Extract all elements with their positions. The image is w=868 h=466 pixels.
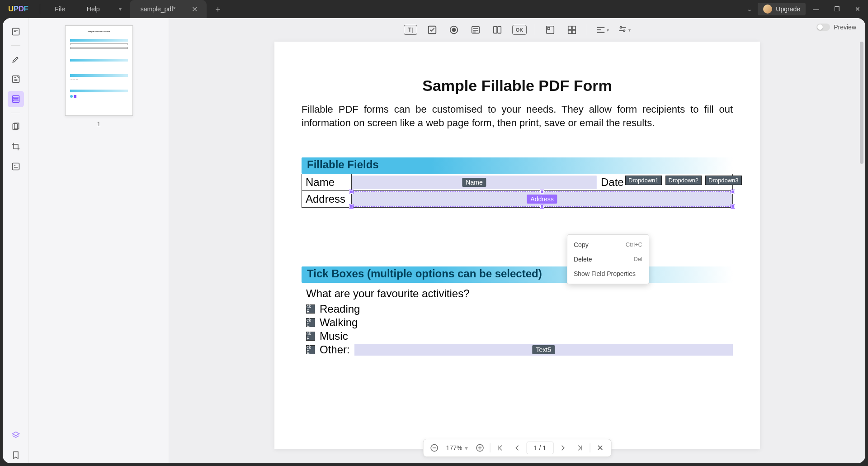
menu-file[interactable]: File [44,0,76,18]
menu-help[interactable]: Help [76,0,111,18]
name-field-cell[interactable]: Name [352,174,597,191]
prev-page-icon[interactable] [510,442,523,454]
context-delete[interactable]: Delete Del [567,252,649,266]
edit-text-icon[interactable] [8,71,24,87]
form-editor-icon[interactable] [8,91,24,107]
resize-handle[interactable] [540,204,544,208]
name-field-tag[interactable]: Name [462,178,486,187]
form-settings-icon[interactable]: ▾ [617,23,631,37]
zoom-dropdown-icon[interactable]: ▾ [465,444,468,452]
nav-separator-2 [590,443,590,452]
organize-pages-icon[interactable] [8,119,24,135]
label-address: Address [302,191,352,208]
menu-separator [40,4,40,14]
tick-label-reading: Reading [320,303,360,315]
close-nav-icon[interactable]: ✕ [594,442,606,454]
svg-rect-12 [494,27,497,33]
align-tool-icon[interactable]: ▾ [595,23,609,37]
context-copy[interactable]: Copy Ctrl+C [567,238,649,252]
highlighter-icon[interactable] [8,51,24,67]
upgrade-button[interactable]: Upgrade [758,3,806,15]
section-header-tickboxes: Tick Boxes (multiple options can be sele… [302,266,733,283]
other-text-field[interactable]: Text5 [354,344,733,356]
table-row: Address Address [302,191,733,208]
rail-separator [11,45,20,46]
avatar-icon [763,5,772,14]
zoom-out-icon[interactable] [428,442,441,454]
context-copy-shortcut: Ctrl+C [626,241,642,248]
tick-row: ck E Reading [306,303,733,315]
zoom-value: 177% [446,444,462,452]
checkbox-tool-icon[interactable] [425,23,439,37]
document-title: Sample Fillable PDF Form [302,77,733,95]
titlebar: UPDF File Help ▾ sample_pdf* ✕ ＋ ⌄ Upgra… [0,0,868,18]
tick-label-other: Other: [320,343,350,356]
redact-icon[interactable] [8,158,24,175]
tab-close-icon[interactable]: ✕ [189,4,200,14]
dropdown3-field[interactable]: Dropdown3 [705,176,742,185]
preview-label: Preview [834,24,856,31]
preview-toggle[interactable]: Preview [816,24,856,31]
tick-row: ck E Music [306,330,733,342]
reader-mode-icon[interactable] [8,24,24,40]
context-delete-shortcut: Del [633,256,642,263]
window-close-icon[interactable]: ✕ [847,0,868,18]
tick-question: What are your favourite activities? [306,287,733,300]
dropdown-tool-icon[interactable] [469,23,482,37]
svg-rect-2 [12,96,19,103]
window-maximize-icon[interactable]: ❐ [826,0,847,18]
svg-rect-18 [568,30,571,33]
bottom-navigation: 177% ▾ ✕ [423,439,612,457]
svg-rect-3 [14,97,18,99]
resize-handle[interactable] [731,190,735,194]
new-tab-button[interactable]: ＋ [207,4,229,14]
address-field-cell[interactable]: Address [352,191,733,208]
image-field-tool-icon[interactable] [543,23,557,37]
dropdown2-field[interactable]: Dropdown2 [665,176,702,185]
address-field-tag[interactable]: Address [527,195,557,204]
left-sidebar [3,18,29,463]
page-thumbnail[interactable]: Sample Fillable PDF Form Fillable PDF fo… [65,25,133,116]
text-field-tool-icon[interactable]: T| [404,25,417,35]
thumbnail-pagenum: 1 [34,120,163,128]
listbox-tool-icon[interactable] [491,23,504,37]
resize-handle[interactable] [349,190,353,194]
grid-tool-icon[interactable] [565,23,579,37]
next-page-icon[interactable] [557,442,570,454]
logo-u: U [8,5,14,13]
context-properties[interactable]: Show Field Properties [567,266,649,281]
zoom-in-icon[interactable] [473,442,486,454]
toolbar-separator-2 [587,24,587,35]
resize-handle[interactable] [349,204,353,208]
checkbox-field[interactable]: ck E [306,318,315,327]
pdf-page[interactable]: Sample Fillable PDF Form Fillable PDF fo… [274,42,760,449]
scrollbar-thumb[interactable] [860,42,863,164]
resize-handle[interactable] [731,204,735,208]
text5-field-tag[interactable]: Text5 [533,345,555,354]
app-logo: UPDF [0,5,36,14]
checkbox-field[interactable]: ck E [306,304,315,314]
zoom-level[interactable]: 177% ▾ [444,444,470,452]
logo-d: D [19,5,24,13]
document-intro: Fillable PDF forms can be customised to … [302,103,733,129]
label-name: Name [302,174,352,191]
table-row: Name Name Date Dropdown1 Dropdown2 Dro [302,174,733,191]
window-minimize-icon[interactable]: — [806,0,826,18]
last-page-icon[interactable] [573,442,586,454]
resize-handle[interactable] [540,190,544,194]
radio-tool-icon[interactable] [447,23,461,37]
dropdown1-field[interactable]: Dropdown1 [625,176,662,185]
toggle-switch[interactable] [816,24,830,31]
checkbox-field[interactable]: ck E [306,345,315,354]
button-tool-icon[interactable]: OK [512,25,527,35]
layers-icon[interactable] [8,427,24,443]
crop-icon[interactable] [8,138,24,155]
page-input[interactable] [526,442,553,454]
document-tab[interactable]: sample_pdf* ✕ [130,0,207,18]
title-dropdown-icon[interactable]: ⌄ [741,5,758,13]
checkbox-field[interactable]: ck E [306,332,315,341]
recent-dropdown[interactable]: ▾ [111,6,130,12]
bookmark-icon[interactable] [8,447,24,463]
vertical-scrollbar[interactable] [860,42,864,442]
first-page-icon[interactable] [494,442,506,454]
